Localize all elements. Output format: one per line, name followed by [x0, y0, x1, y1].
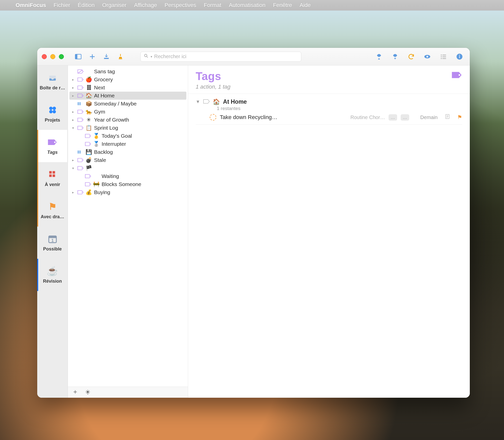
- tag-label: Stale: [94, 157, 106, 163]
- tag-icon: [77, 69, 83, 74]
- tag-tree-row[interactable]: 💾Backlog: [68, 148, 188, 156]
- perspective-inbox[interactable]: Boîte de r…: [37, 65, 68, 98]
- menu-file[interactable]: Fichier: [54, 2, 70, 9]
- tree-disclose-icon[interactable]: ▸: [70, 78, 75, 82]
- tag-tree-row[interactable]: ▾📋Sprint Log: [68, 124, 188, 132]
- tag-tree-row[interactable]: Sans tag: [68, 67, 188, 76]
- tag-tree-row[interactable]: ▸🐆Gym: [68, 108, 188, 116]
- window-minimize-button[interactable]: [50, 54, 55, 59]
- window-traffic-lights: [42, 54, 64, 59]
- inbox-icon: [47, 73, 58, 83]
- tag-tree-row[interactable]: ▸🍎Grocery: [68, 76, 188, 84]
- tag-tree-row[interactable]: ▸🏠At Home: [69, 92, 186, 100]
- tag-label: Sans tag: [94, 68, 115, 75]
- perspective-forecast[interactable]: À venir: [37, 162, 68, 194]
- tree-disclose-icon[interactable]: ▸: [70, 118, 75, 122]
- tag-emoji: 🛤: [86, 85, 92, 91]
- menu-window[interactable]: Fenêtre: [273, 2, 292, 9]
- tree-disclose-icon[interactable]: ▾: [70, 166, 75, 170]
- toggle-sidebar-button[interactable]: [74, 52, 82, 61]
- tag-label: Interrupter: [102, 141, 126, 147]
- svg-point-41: [89, 184, 90, 185]
- svg-point-39: [82, 168, 82, 169]
- tag-tree-row[interactable]: ▸🛤Next: [68, 84, 188, 92]
- tag-emoji: ✳: [86, 117, 92, 123]
- tag-icon: [77, 126, 83, 130]
- tag-icon: [77, 150, 83, 154]
- tag-emoji: 🥇: [93, 133, 100, 139]
- tag-tree-row[interactable]: 🥈Interrupter: [68, 140, 188, 148]
- tag-label: Buying: [94, 189, 110, 195]
- cleanup-button[interactable]: [116, 52, 125, 61]
- menu-perspectives[interactable]: Perspectives: [164, 2, 196, 9]
- section-name: At Home: [223, 98, 247, 105]
- svg-rect-5: [441, 54, 442, 55]
- tag-tree-row[interactable]: Waiting: [68, 172, 188, 180]
- note-icon[interactable]: [445, 114, 450, 121]
- tag-icon: [85, 182, 91, 187]
- task-tag-chip[interactable]: …: [401, 114, 409, 121]
- tag-tree-row[interactable]: ▸✳Year of Growth: [68, 116, 188, 124]
- task-row[interactable]: Take down Recycling… Routine Chor… … … D…: [196, 111, 462, 125]
- inspector-button[interactable]: [455, 52, 464, 61]
- perspective-review[interactable]: ☕ Révision: [37, 259, 68, 291]
- menu-view[interactable]: Affichage: [134, 2, 157, 9]
- menu-format[interactable]: Format: [204, 2, 221, 9]
- menu-automation[interactable]: Automatisation: [229, 2, 266, 9]
- task-status-circle[interactable]: [210, 114, 216, 121]
- tree-disclose-icon[interactable]: ▸: [70, 190, 75, 194]
- tree-disclose-icon[interactable]: ▸: [70, 94, 75, 98]
- svg-point-34: [89, 136, 90, 136]
- tag-icon: [77, 118, 83, 122]
- perspective-label: À venir: [39, 182, 66, 187]
- search-scope-chevron-icon[interactable]: ▾: [151, 55, 152, 58]
- sync-button[interactable]: [407, 52, 415, 61]
- svg-point-40: [89, 176, 90, 177]
- list-layout-button[interactable]: [439, 52, 448, 61]
- perspective-label: Projets: [39, 118, 66, 123]
- tag-emoji: 🏴: [86, 165, 92, 171]
- perspective-projects[interactable]: Projets: [37, 98, 68, 130]
- focus-out-button[interactable]: [391, 52, 399, 61]
- section-disclose-icon[interactable]: ▼: [196, 99, 200, 104]
- svg-point-18: [54, 141, 56, 143]
- add-tag-button[interactable]: [72, 389, 78, 396]
- tag-tree-row[interactable]: ▾🏴: [68, 164, 188, 172]
- svg-rect-37: [79, 151, 80, 154]
- quick-entry-button[interactable]: [102, 52, 111, 61]
- tag-tree[interactable]: Sans tag▸🍎Grocery▸🛤Next▸🏠At Home📦Someday…: [68, 65, 188, 387]
- tree-action-menu[interactable]: [85, 389, 91, 396]
- tag-label: Waiting: [102, 173, 119, 179]
- tag-label: Year of Growth: [94, 117, 129, 123]
- search-input[interactable]: [154, 54, 298, 59]
- task-tag-chip[interactable]: …: [389, 114, 397, 121]
- svg-point-38: [82, 160, 82, 161]
- tag-icon: [77, 190, 83, 195]
- tag-tree-row[interactable]: 🥇Today's Goal: [68, 132, 188, 140]
- svg-point-26: [82, 79, 82, 80]
- tag-tree-row[interactable]: 📦Someday / Maybe: [68, 100, 188, 108]
- tag-label: Someday / Maybe: [94, 101, 137, 107]
- tag-tree-row[interactable]: ▸💰Buying: [68, 188, 188, 196]
- focus-in-button[interactable]: [375, 52, 383, 61]
- tree-disclose-icon[interactable]: ▾: [70, 126, 75, 130]
- tag-tree-row[interactable]: 🚧Blocks Someone: [68, 180, 188, 188]
- menu-organize[interactable]: Organiser: [102, 2, 127, 9]
- view-options-button[interactable]: [423, 52, 432, 61]
- menu-edit[interactable]: Édition: [78, 2, 95, 9]
- menu-help[interactable]: Aide: [300, 2, 311, 9]
- tree-disclose-icon[interactable]: ▸: [70, 110, 75, 114]
- tree-disclose-icon[interactable]: ▸: [70, 86, 75, 90]
- window-close-button[interactable]: [42, 54, 47, 59]
- svg-point-35: [89, 144, 90, 144]
- flag-icon[interactable]: ⚑: [457, 114, 462, 121]
- window-zoom-button[interactable]: [59, 54, 64, 59]
- menubar-app-name[interactable]: OmniFocus: [16, 2, 46, 9]
- perspective-flagged[interactable]: ⚑ Avec dra…: [37, 194, 68, 227]
- new-item-button[interactable]: [88, 52, 97, 61]
- tree-disclose-icon[interactable]: ▸: [70, 158, 75, 162]
- toolbar-search[interactable]: ▾: [140, 52, 301, 62]
- perspective-possible[interactable]: 1 Possible: [37, 227, 68, 259]
- perspective-tags[interactable]: Tags: [37, 130, 68, 162]
- tag-tree-row[interactable]: ▸💣Stale: [68, 156, 188, 164]
